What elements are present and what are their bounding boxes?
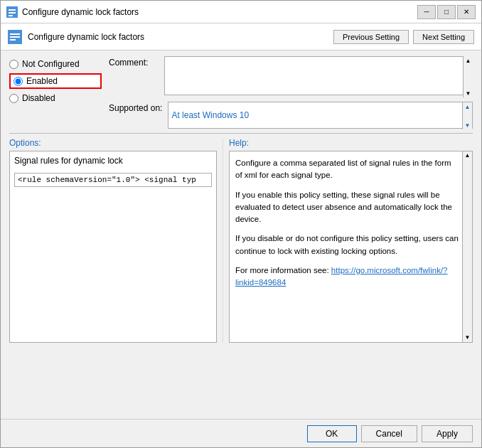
svg-rect-2: [9, 12, 16, 14]
help-scrollbar: ▲ ▼: [462, 151, 472, 342]
radio-group: Not Configured Enabled Disabled: [9, 59, 102, 103]
close-button[interactable]: ✕: [457, 5, 476, 19]
svg-rect-1: [9, 9, 16, 11]
maximize-button[interactable]: □: [437, 5, 456, 19]
ok-button[interactable]: OK: [307, 425, 357, 442]
header-buttons: Previous Setting Next Setting: [333, 30, 474, 44]
enabled-label: Enabled: [26, 76, 58, 86]
supported-scroll-down[interactable]: ▼: [464, 121, 472, 129]
help-outer: Configure a comma separated list of sign…: [229, 151, 473, 343]
svg-rect-7: [10, 39, 16, 41]
help-para-3: If you disable or do not configure this …: [235, 233, 459, 257]
header-bar: Configure dynamic lock factors Previous …: [1, 23, 481, 50]
header-left: Configure dynamic lock factors: [8, 30, 144, 44]
supported-scroll-up[interactable]: ▲: [464, 102, 472, 111]
help-para-4: For more information see: https://go.mic…: [235, 265, 459, 289]
enabled-radio[interactable]: [14, 77, 23, 86]
comment-section: Comment: ▲ ▼: [109, 56, 473, 97]
help-para-2: If you enable this policy setting, these…: [235, 189, 459, 226]
supported-scrollbar: ▲ ▼: [462, 102, 472, 129]
supported-wrapper: At least Windows 10 ▲ ▼: [168, 102, 473, 129]
options-box: Signal rules for dynamic lock: [9, 151, 217, 343]
enabled-option[interactable]: Enabled: [9, 73, 102, 89]
header-title: Configure dynamic lock factors: [28, 32, 144, 42]
disabled-option[interactable]: Disabled: [9, 93, 102, 103]
top-section: Not Configured Enabled Disabled Comment:: [9, 56, 473, 129]
comment-scroll-up[interactable]: ▲: [464, 56, 473, 65]
cancel-button[interactable]: Cancel: [361, 425, 417, 442]
comment-label: Comment:: [109, 56, 159, 68]
window-icon: [6, 6, 18, 18]
not-configured-option[interactable]: Not Configured: [9, 59, 102, 69]
window-title: Configure dynamic lock factors: [22, 7, 413, 17]
help-panel: Help: Configure a comma separated list o…: [223, 138, 473, 343]
minimize-button[interactable]: ─: [417, 5, 436, 19]
middle-section: Options: Signal rules for dynamic lock H…: [9, 133, 473, 343]
svg-rect-5: [10, 33, 20, 35]
options-header: Options:: [9, 138, 217, 148]
not-configured-label: Not Configured: [22, 59, 80, 69]
supported-section: Supported on: At least Windows 10 ▲ ▼: [109, 102, 473, 129]
right-panel: Comment: ▲ ▼ Supported on: At least Wind…: [109, 56, 473, 129]
signal-rules-input[interactable]: [14, 173, 212, 187]
options-panel: Options: Signal rules for dynamic lock: [9, 138, 223, 343]
header-icon: [8, 30, 22, 44]
window-controls: ─ □ ✕: [417, 5, 476, 19]
comment-scrollbar: ▲ ▼: [463, 56, 473, 97]
signal-rules-label: Signal rules for dynamic lock: [14, 156, 212, 166]
left-panel: Not Configured Enabled Disabled: [9, 56, 102, 129]
disabled-radio[interactable]: [9, 94, 18, 103]
not-configured-radio[interactable]: [9, 60, 18, 69]
comment-textarea[interactable]: [164, 56, 473, 95]
main-content: Not Configured Enabled Disabled Comment:: [1, 50, 481, 419]
next-setting-button[interactable]: Next Setting: [413, 30, 474, 44]
help-header: Help:: [229, 138, 473, 148]
help-box: Configure a comma separated list of sign…: [229, 151, 473, 343]
help-scroll-down[interactable]: ▼: [464, 334, 472, 342]
svg-rect-6: [10, 36, 20, 38]
help-para-1: Configure a comma separated list of sign…: [235, 157, 459, 182]
comment-textarea-wrapper: ▲ ▼: [164, 56, 473, 97]
supported-label: Supported on:: [109, 102, 162, 113]
svg-rect-3: [9, 15, 13, 16]
apply-button[interactable]: Apply: [422, 425, 473, 442]
main-window: Configure dynamic lock factors ─ □ ✕ Con…: [0, 0, 482, 448]
help-link[interactable]: https://go.microsoft.com/fwlink/?linkid=…: [235, 266, 447, 287]
previous-setting-button[interactable]: Previous Setting: [333, 30, 409, 44]
bottom-bar: OK Cancel Apply: [1, 419, 481, 447]
supported-text: At least Windows 10: [171, 110, 249, 120]
comment-scroll-down[interactable]: ▼: [464, 89, 473, 97]
disabled-label: Disabled: [22, 93, 55, 103]
help-text: Configure a comma separated list of sign…: [235, 157, 459, 289]
title-bar: Configure dynamic lock factors ─ □ ✕: [1, 1, 481, 23]
supported-value: At least Windows 10 ▲ ▼: [168, 102, 473, 129]
help-scroll-up[interactable]: ▲: [464, 151, 472, 160]
